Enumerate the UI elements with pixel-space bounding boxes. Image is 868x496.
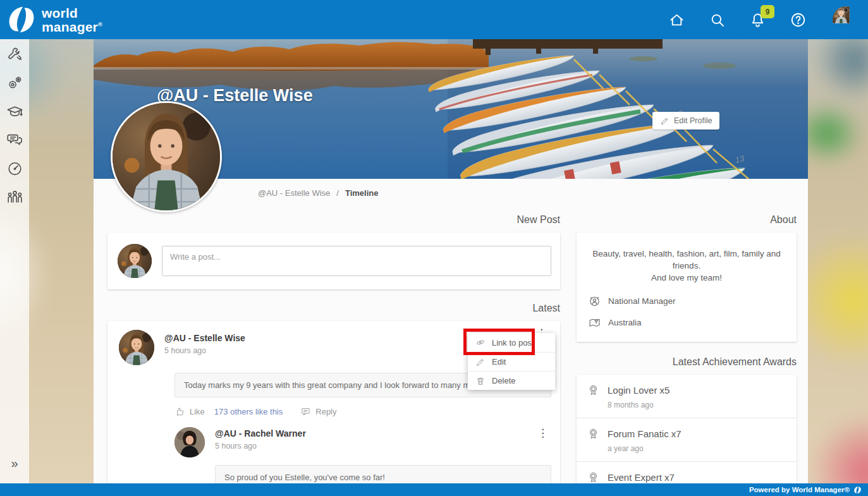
home-icon [668,11,685,28]
breadcrumb-current[interactable]: Timeline [345,188,379,198]
award-title: Event Expert x7 [608,472,675,483]
world-manager-footer-icon [853,486,862,494]
position-label: National Manager [608,296,676,306]
latest-heading: Latest [107,303,560,313]
side-nav-rail: » [0,39,29,483]
edit-profile-button[interactable]: Edit Profile [652,112,719,130]
reply-button[interactable]: Reply [315,407,336,416]
menu-item-label: Link to post [492,338,534,348]
user-avatar[interactable] [833,6,859,33]
medal-icon [587,471,600,484]
menu-item-edit[interactable]: Edit [468,352,555,371]
likes-count-link[interactable]: 173 others like this [214,407,283,416]
powered-by-link[interactable]: Powered by World Manager® [749,486,850,493]
sidebar-item-people[interactable] [6,188,23,205]
comment-author-avatar-image [174,427,205,457]
world-manager-logo-icon [6,4,37,35]
sidebar-item-communication[interactable] [6,131,23,148]
award-row[interactable]: Forum Fanatic x7 a year ago [577,418,797,461]
profile-avatar-image [113,103,220,210]
about-card: Beauty, travel, health, fashion, art, fi… [577,233,797,342]
tools-icon [6,46,23,63]
bio-line1: Beauty, travel, health, fashion, art, fi… [588,248,785,272]
sidebar-item-settings[interactable] [6,75,23,92]
award-time: a year ago [608,444,786,453]
top-bar: world manager® 9 [0,0,868,39]
composer-avatar[interactable] [118,244,152,278]
post-timestamp: 5 hours ago [164,346,245,355]
link-icon [475,337,486,348]
position-icon [588,294,601,308]
gears-icon [6,75,23,92]
sidebar-item-tools[interactable] [6,46,23,63]
like-icon [174,406,185,417]
profile-side-column: About Beauty, travel, health, fashion, a… [577,215,797,496]
search-button[interactable] [707,10,726,29]
medal-icon [587,427,600,440]
award-title: Forum Fanatic x7 [608,428,682,439]
people-icon [6,188,23,205]
bio-line2: And love my team! [588,272,785,284]
logo-line2: manager [42,20,98,34]
post-context-menu: Link to post Edit Delete [468,333,555,390]
new-post-heading: New Post [107,215,560,225]
award-time: 8 months ago [608,401,786,409]
sidebar-item-training[interactable] [6,103,23,120]
award-row[interactable]: Login Lover x5 8 months ago [577,375,797,418]
post-author-avatar[interactable] [119,330,154,365]
edit-profile-label: Edit Profile [674,116,712,125]
notifications-button[interactable]: 9 [748,10,767,29]
comment-options-button[interactable]: ⋮ [534,427,551,440]
breadcrumb-separator: / [336,188,339,198]
breadcrumb-parent[interactable]: @AU - Estelle Wise [258,188,330,198]
comment-author-name[interactable]: @AU - Rachel Warner [215,428,306,439]
training-icon [6,103,23,120]
pencil-icon [475,357,486,367]
trash-icon [475,376,486,386]
bio-text: Beauty, travel, health, fashion, art, fi… [588,248,785,284]
comment-author-avatar[interactable] [174,427,205,457]
comment-timestamp: 5 hours ago [215,442,306,451]
profile-avatar[interactable] [111,101,222,212]
medal-icon [587,384,600,397]
composer-avatar-image [118,244,152,278]
post-author-name[interactable]: @AU - Estelle Wise [164,333,245,343]
notification-badge: 9 [761,5,774,18]
sidebar-expand-button[interactable]: » [0,457,29,469]
menu-item-link-to-post[interactable]: Link to post [468,333,555,352]
world-manager-logo[interactable]: world manager® [6,4,102,35]
user-avatar-image [833,6,850,23]
logo-wordmark: world manager® [42,7,102,33]
help-icon [790,11,807,28]
footer-bar: Powered by World Manager® [0,483,868,496]
award-title: Login Lover x5 [608,385,669,396]
logo-line1: world [42,7,102,19]
location-row: Australia [588,316,785,329]
search-icon [709,11,726,28]
about-heading: About [577,215,797,225]
awards-heading: Latest Achievement Awards [577,357,797,367]
location-icon [588,316,601,329]
post-author-avatar-image [119,330,154,365]
post-actions: Like 173 others like this Reply [174,406,551,417]
chat-icon [6,131,23,148]
breadcrumb: @AU - Estelle Wise / Timeline [258,188,378,198]
menu-item-delete[interactable]: Delete [468,371,555,390]
sidebar-item-performance[interactable] [6,160,23,177]
menu-item-label: Delete [492,376,516,385]
new-post-card [107,233,560,289]
like-button[interactable]: Like [190,407,205,416]
write-post-input[interactable] [162,246,551,276]
gauge-icon [6,160,23,177]
awards-card: Login Lover x5 8 months ago Forum Fanati… [577,375,797,496]
location-label: Australia [608,318,642,327]
reply-icon [300,406,311,417]
help-button[interactable] [788,10,807,29]
position-row: National Manager [588,294,785,308]
menu-item-label: Edit [492,357,506,366]
registered-mark: ® [98,21,102,28]
home-button[interactable] [667,10,686,29]
top-nav: 9 [667,6,859,33]
pencil-icon [660,116,669,126]
